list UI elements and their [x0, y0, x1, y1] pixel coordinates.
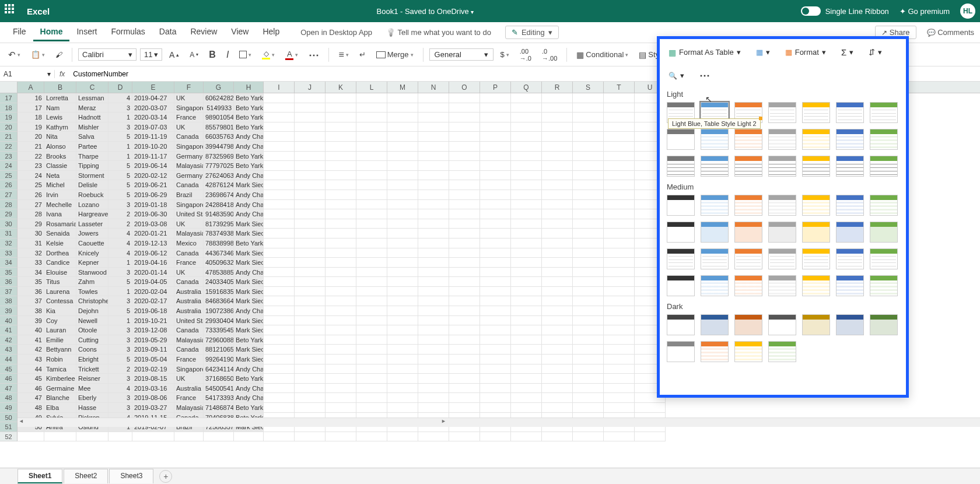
cell[interactable]: 4 — [108, 229, 132, 239]
cell[interactable]: Tharpe — [76, 152, 108, 162]
cell[interactable] — [542, 161, 573, 171]
cell[interactable] — [326, 296, 356, 306]
cell[interactable] — [418, 258, 449, 268]
table-style-swatch[interactable] — [667, 248, 695, 269]
cell[interactable] — [604, 161, 635, 171]
cell[interactable] — [356, 122, 387, 132]
cell[interactable] — [326, 161, 356, 171]
table-style-swatch[interactable] — [802, 156, 830, 177]
decrease-decimal-button[interactable]: .00→.0 — [516, 46, 535, 64]
cell[interactable] — [604, 258, 635, 268]
cell[interactable] — [449, 229, 480, 239]
cell[interactable] — [356, 325, 387, 335]
cell[interactable]: 54500541 — [204, 384, 234, 394]
table-style-swatch[interactable] — [802, 102, 830, 123]
row-header[interactable]: 49 — [0, 403, 18, 413]
cell[interactable] — [418, 122, 449, 132]
cell[interactable] — [573, 403, 604, 413]
cell[interactable] — [264, 93, 295, 103]
cell[interactable] — [326, 239, 356, 248]
decrease-font-button[interactable]: A▾ — [186, 49, 202, 61]
table-style-swatch[interactable] — [734, 195, 762, 216]
cell[interactable]: 77797025 — [204, 161, 234, 171]
cell[interactable] — [449, 248, 480, 258]
cell[interactable]: Robin — [44, 355, 76, 364]
cell[interactable] — [326, 103, 356, 113]
cell[interactable] — [604, 248, 635, 258]
cell[interactable]: UK — [174, 93, 204, 103]
cell[interactable] — [542, 122, 573, 132]
cell[interactable]: Mark Siedling — [234, 248, 264, 258]
cell[interactable] — [480, 161, 511, 171]
cell[interactable] — [604, 277, 635, 287]
cell[interactable] — [295, 229, 326, 239]
cell[interactable]: Neta — [44, 171, 76, 181]
cell[interactable]: 2 — [108, 209, 132, 219]
cell[interactable]: 99264190 — [204, 355, 234, 364]
cell[interactable] — [387, 403, 418, 413]
cell[interactable] — [449, 132, 480, 142]
cell[interactable] — [295, 152, 326, 162]
cell[interactable] — [295, 171, 326, 181]
cell[interactable]: 35 — [18, 277, 44, 287]
cell[interactable] — [264, 171, 295, 181]
document-title[interactable]: Book1 - Saved to OneDrive ▾ — [50, 7, 801, 16]
cell[interactable]: 3 — [108, 122, 132, 132]
cell[interactable] — [573, 180, 604, 190]
cell[interactable] — [542, 200, 573, 210]
cell[interactable] — [542, 209, 573, 219]
col-header-K[interactable]: K — [326, 82, 356, 93]
cell[interactable]: Senaida — [44, 229, 76, 239]
cell[interactable] — [511, 355, 542, 364]
tab-help[interactable]: Help — [256, 23, 286, 41]
cell[interactable]: 85579801 — [204, 122, 234, 132]
cell[interactable]: UK — [174, 374, 204, 384]
table-style-swatch[interactable] — [768, 129, 796, 150]
cell[interactable] — [542, 345, 573, 355]
cell[interactable]: Beto Yark — [234, 239, 264, 248]
cell[interactable] — [264, 180, 295, 190]
row-header[interactable]: 52 — [0, 432, 18, 442]
increase-font-button[interactable]: A▴ — [166, 48, 183, 61]
row-header[interactable]: 17 — [0, 93, 18, 103]
cell[interactable] — [480, 325, 511, 335]
cell[interactable] — [387, 180, 418, 190]
conditional-formatting-button[interactable]: Conditional▾ — [573, 48, 632, 61]
cell[interactable] — [542, 239, 573, 248]
cell[interactable] — [387, 277, 418, 287]
cell[interactable] — [356, 335, 387, 345]
table-style-swatch[interactable] — [701, 248, 729, 269]
cell[interactable] — [356, 277, 387, 287]
cell[interactable] — [326, 393, 356, 403]
cell[interactable]: Australia — [174, 287, 204, 297]
tab-insert[interactable]: Insert — [69, 23, 104, 41]
cell[interactable]: 2020-03-14 — [132, 113, 174, 122]
cell[interactable]: Hargreave — [76, 209, 108, 219]
cell[interactable]: Andy Champan — [234, 393, 264, 403]
cell[interactable]: 2019-03-16 — [132, 384, 174, 394]
cell[interactable]: 19 — [18, 122, 44, 132]
cell[interactable]: 2019-03-27 — [132, 403, 174, 413]
cell[interactable] — [604, 374, 635, 384]
cell[interactable] — [418, 113, 449, 122]
cell[interactable] — [604, 335, 635, 345]
cell[interactable]: 2020-02-17 — [132, 296, 174, 306]
cell[interactable]: Singapore — [174, 103, 204, 113]
cell[interactable]: Beto Yark — [234, 335, 264, 345]
row-header[interactable]: 23 — [0, 152, 18, 162]
cell[interactable]: 91483590 — [204, 209, 234, 219]
cell[interactable]: 17 — [18, 103, 44, 113]
row-header[interactable]: 50 — [0, 413, 18, 423]
cell[interactable]: 5 — [108, 306, 132, 316]
table-style-swatch[interactable] — [667, 129, 695, 150]
cell[interactable] — [326, 432, 356, 442]
cell[interactable]: Kepner — [76, 258, 108, 268]
table-style-swatch[interactable] — [701, 275, 729, 296]
cell[interactable]: Storment — [76, 171, 108, 181]
cell[interactable] — [418, 93, 449, 103]
cell[interactable] — [604, 345, 635, 355]
cell[interactable]: 48 — [18, 403, 44, 413]
table-style-swatch[interactable] — [768, 314, 796, 335]
cell[interactable] — [387, 248, 418, 258]
cell[interactable]: 3 — [108, 325, 132, 335]
